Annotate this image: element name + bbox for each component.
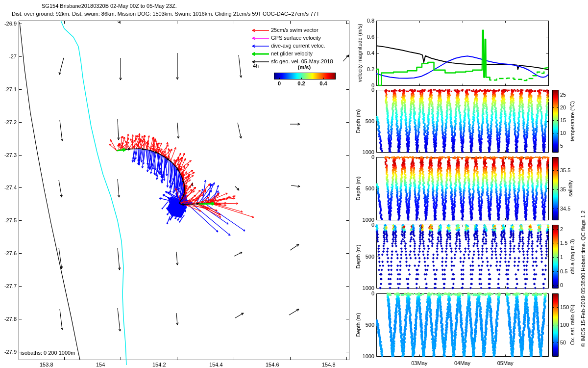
colorbar-tick-label: 34.5 (560, 206, 570, 212)
map-x-tick-label: 154.6 (266, 362, 290, 368)
depth-tick-label: 0 (353, 222, 374, 228)
colorbar-tick-label: 35.5 (560, 167, 570, 174)
map-y-tick-label: -26.9 (0, 21, 17, 27)
map-y-tick-label: -27.7 (0, 283, 17, 289)
chl-colorbar-title: chl-a (mg m-3) (569, 239, 575, 274)
map-y-tick-label: -27.4 (0, 184, 17, 191)
depth-tick-label: 1000 (353, 285, 374, 291)
legend-colorbar-tick-label: 0 (278, 80, 281, 87)
velocity-tick-label: 0.8 (353, 18, 374, 24)
legend-item-label: 25cm/s swim vector (271, 27, 318, 33)
colorbar-tick-label: 15 (560, 117, 566, 124)
depth-tick-label: 500 (353, 118, 374, 125)
map-x-tick-label: 154 (96, 362, 121, 368)
colorbar-tick-label: 20 (560, 105, 566, 111)
date-tick-label: 03May (411, 360, 427, 367)
velocity-tick-label: 0.4 (353, 50, 374, 56)
colorbar-tick-label: 0 (560, 282, 563, 289)
map-y-tick-label: -27.8 (0, 316, 17, 322)
map-x-tick-label: 154.2 (152, 362, 177, 368)
oxygen-colorbar-title: Ox. sat. ratio (%) (569, 305, 575, 345)
figure-subtitle: Dist. over ground: 92km. Dist. swum: 86k… (12, 11, 319, 17)
dive-number-label: 4 (191, 182, 194, 188)
map-y-tick-label: -27 (0, 53, 17, 60)
map-y-tick-label: -27.1 (0, 86, 17, 93)
colorbar-tick-label: 0.5 (560, 268, 567, 275)
depth-tick-label: 500 (353, 185, 374, 192)
map-y-tick-label: -27.5 (0, 217, 17, 224)
map-y-tick-label: -27.2 (0, 119, 17, 126)
legend-item-label: GPS surface velocity (271, 35, 321, 41)
colorbar-tick-label: 150 (560, 304, 569, 311)
date-tick-label: 04May (454, 360, 470, 367)
figure-root: SG154 Brisbane20180320B 02-May 00Z to 05… (0, 0, 588, 368)
map-x-tick-label: 153.8 (40, 362, 64, 368)
colorbar-tick-label: 35 (560, 186, 566, 193)
legend-colorbar-tick-label: 0.4 (319, 80, 327, 87)
figure-title: SG154 Brisbane20180320B 02-May 00Z to 05… (42, 3, 177, 9)
map-y-tick-label: -27.3 (0, 152, 17, 158)
colorbar-tick-label: 100 (560, 322, 569, 328)
map-y-tick-label: -27.6 (0, 250, 17, 257)
colorbar-tick-label: 1.5 (560, 240, 567, 246)
salinity-colorbar-title: salinity (567, 180, 573, 197)
depth-tick-label: 0 (353, 87, 374, 93)
depth-tick-label: 500 (353, 322, 374, 328)
colorbar-tick-label: 50 (560, 340, 566, 346)
isobaths-note: isobaths: 0 200 1000m (21, 350, 75, 356)
depth-tick-label: 1000 (353, 353, 374, 360)
legend-colorbar-tick-label: 0.2 (297, 80, 305, 87)
depth-tick-label: 500 (353, 254, 374, 260)
map-x-tick-label: 154.4 (209, 362, 234, 368)
date-tick-label: 05May (497, 360, 514, 367)
velocity-tick-label: 0.6 (353, 34, 374, 40)
legend-time-note: 4h (253, 63, 259, 69)
depth-tick-label: 0 (353, 154, 374, 160)
velocity-tick-label: 0.2 (353, 66, 374, 73)
map-y-tick-label: -27.9 (0, 349, 17, 355)
legend-item-label: sfc geo. vel. 05-May-2018 (271, 58, 333, 65)
colorbar-tick-label: 1 (560, 254, 563, 261)
legend-item-label: dive-avg current veloc. (271, 43, 325, 49)
temperature-colorbar-title: temperature (°C) (569, 101, 575, 141)
colorbar-tick-label: 5 (560, 143, 563, 149)
legend-colorbar-title: (m/s) (298, 64, 311, 71)
legend-item-label: net glider velocity (271, 51, 313, 57)
colorbar-tick-label: 25 (560, 92, 566, 98)
colorbar-tick-label: 2 (560, 226, 563, 233)
colorbar-tick-label: 10 (560, 130, 566, 136)
imos-watermark: © IMOS 15-Feb-2019 05:38:00 Hobart time.… (580, 210, 586, 347)
map-x-tick-label: 154.8 (322, 362, 346, 368)
